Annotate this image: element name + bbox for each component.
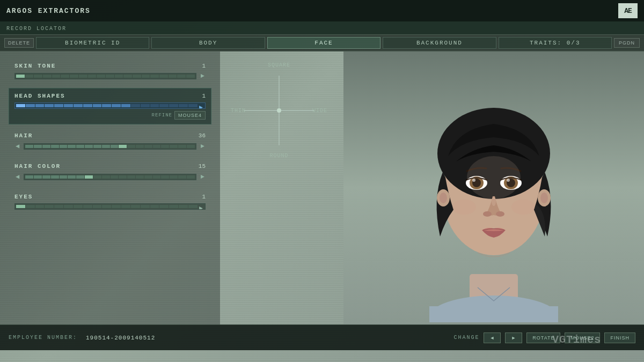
seg xyxy=(106,75,114,78)
seg xyxy=(26,205,35,208)
seg xyxy=(142,75,150,78)
bottom-bar: EMPLOYEE NUMBER: 190514-2009140512 CHANG… xyxy=(0,324,644,350)
svg-point-21 xyxy=(452,200,476,215)
hair-color-segments xyxy=(24,174,196,180)
hair-color-arrow-right[interactable]: ► xyxy=(200,173,206,181)
portrait-area xyxy=(343,51,644,324)
seg xyxy=(102,175,110,179)
seg xyxy=(186,75,195,78)
hair-color-arrow-left[interactable]: ◀ xyxy=(14,173,20,181)
tab-body[interactable]: BODY xyxy=(151,37,265,49)
seg xyxy=(127,175,135,179)
head-shapes-label: HEAD SHAPES xyxy=(14,93,65,99)
next-button[interactable]: ► xyxy=(505,333,522,343)
seg xyxy=(169,104,178,107)
hair-color-track[interactable] xyxy=(24,174,196,180)
seg xyxy=(141,205,150,208)
seg xyxy=(111,175,119,179)
seg xyxy=(187,145,195,148)
cross-dot xyxy=(277,108,281,113)
hair-arrow-right[interactable]: ► xyxy=(200,143,206,150)
seg xyxy=(159,205,169,208)
finish-button[interactable]: FINISH xyxy=(604,333,635,343)
seg xyxy=(102,205,111,208)
seg xyxy=(102,145,110,148)
prev-button[interactable]: ◄ xyxy=(484,333,501,343)
seg xyxy=(141,104,150,107)
record-locator-label: RECORD LOCATOR xyxy=(6,26,67,32)
subtitle-row: RECORD LOCATOR xyxy=(0,21,644,34)
seg xyxy=(70,75,78,78)
main-content: SKIN TONE 1 ► HEAD SHAPES xyxy=(0,51,644,324)
compass-cross[interactable] xyxy=(244,76,314,145)
seg xyxy=(54,104,63,107)
seg xyxy=(153,145,161,148)
eyes-header: EYES 1 xyxy=(14,194,206,200)
svg-point-9 xyxy=(540,193,548,203)
seg xyxy=(51,175,59,179)
seg xyxy=(150,205,159,208)
seg xyxy=(25,145,33,148)
head-shapes-arrow-right[interactable]: ► xyxy=(198,104,204,107)
hair-track[interactable] xyxy=(24,143,196,150)
seg xyxy=(35,104,45,107)
title-row: ARGOS EXTRACTORS AE xyxy=(0,0,644,21)
seg xyxy=(144,145,152,148)
seg xyxy=(26,104,35,107)
eyes-slider-row: ► xyxy=(14,203,206,210)
seg xyxy=(127,145,135,148)
ae-logo: AE xyxy=(618,3,638,18)
skin-tone-arrow-right[interactable]: ► xyxy=(200,72,206,80)
tab-face[interactable]: FACE xyxy=(267,37,380,49)
tab-biometric[interactable]: BIOMETRIC ID xyxy=(36,37,149,49)
vgtimes-watermark: VGTimes xyxy=(552,334,601,346)
seg xyxy=(34,175,42,179)
eyes-arrow-right[interactable]: ► xyxy=(198,205,204,208)
eyes-track[interactable]: ► xyxy=(14,203,206,210)
seg xyxy=(34,75,42,78)
refine-button[interactable]: MOUSE4 xyxy=(174,111,206,120)
seg xyxy=(178,175,186,179)
seg xyxy=(102,104,111,107)
seg xyxy=(25,175,33,179)
seg xyxy=(115,75,123,78)
hair-arrow-left[interactable]: ◀ xyxy=(14,142,20,150)
seg xyxy=(131,205,140,208)
tab-traits[interactable]: TRAITS: 0/3 xyxy=(499,37,612,49)
seg xyxy=(45,205,54,208)
eyes-value: 1 xyxy=(202,194,206,200)
delete-button[interactable]: DELETE xyxy=(4,38,34,48)
tab-background[interactable]: BACKGROUND xyxy=(383,37,496,49)
skin-tone-track[interactable] xyxy=(14,73,196,79)
seg xyxy=(52,75,61,78)
skin-tone-section: SKIN TONE 1 ► xyxy=(9,58,211,85)
seg xyxy=(93,175,101,179)
seg xyxy=(161,145,169,148)
skin-tone-segments xyxy=(15,73,196,79)
hair-segments xyxy=(24,144,196,149)
seg xyxy=(79,75,87,78)
compass-right-label: WIDE xyxy=(312,108,327,114)
seg xyxy=(64,104,73,107)
seg xyxy=(178,145,186,148)
head-shapes-segments: ► xyxy=(15,103,205,108)
seg xyxy=(42,175,50,179)
seg xyxy=(161,175,169,179)
seg xyxy=(93,104,102,107)
seg xyxy=(93,205,102,208)
seg xyxy=(34,145,42,148)
head-shapes-track[interactable]: ► xyxy=(14,102,206,109)
svg-point-8 xyxy=(440,193,447,203)
seg xyxy=(177,75,186,78)
svg-point-23 xyxy=(467,156,521,199)
seg xyxy=(187,175,195,179)
left-panel: SKIN TONE 1 ► HEAD SHAPES xyxy=(0,51,220,324)
compass-bottom-label: ROUND xyxy=(269,153,288,159)
seg xyxy=(136,145,144,148)
pgdn-button[interactable]: PGDN xyxy=(614,38,640,48)
seg xyxy=(54,205,63,208)
seg xyxy=(68,145,76,148)
skin-tone-label: SKIN TONE xyxy=(14,63,56,69)
seg xyxy=(76,175,84,179)
head-shapes-section: HEAD SHAPES 1 ► REFINE MOUSE4 xyxy=(9,88,211,124)
